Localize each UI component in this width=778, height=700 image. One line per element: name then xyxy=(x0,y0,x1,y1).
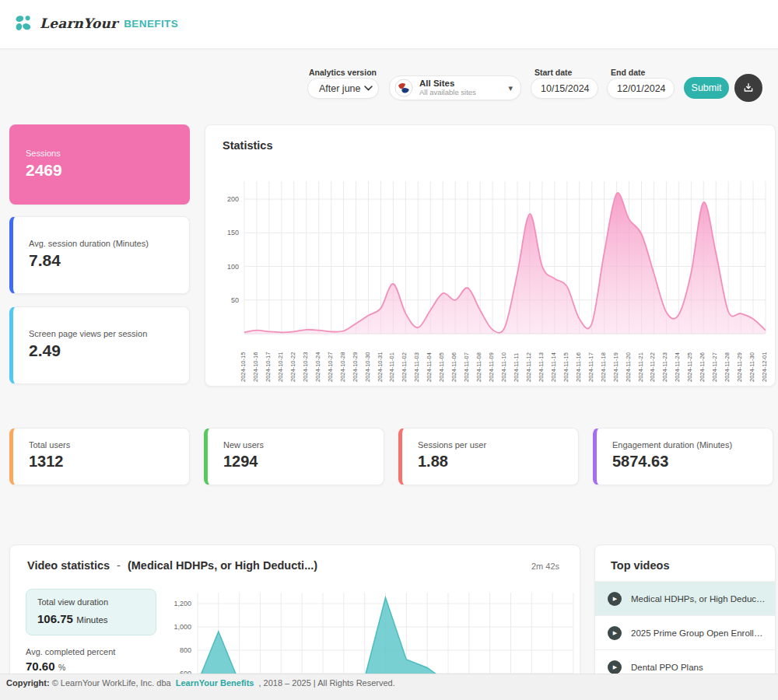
x-axis-date-label: 2024-11-24 xyxy=(675,337,681,382)
video-statistics-title: Video statistics xyxy=(27,559,110,572)
app-header: LearnYourBENEFITS xyxy=(0,0,778,48)
site-select-subtitle: All available sites xyxy=(419,89,476,97)
screen-page-views-card: Screen page views per session 2.49 xyxy=(9,306,190,384)
x-axis-date-label: 2024-11-19 xyxy=(613,337,619,382)
start-date-label: Start date xyxy=(534,68,572,77)
x-axis-date-label: 2024-11-20 xyxy=(626,337,632,382)
x-axis-date-label: 2024-11-06 xyxy=(451,337,457,382)
sessions-value: 2469 xyxy=(26,161,62,180)
x-axis-date-label: 2024-11-01 xyxy=(389,337,395,382)
footer-brand-link[interactable]: LearnYour Benefits xyxy=(176,678,254,688)
x-axis-date-label: 2024-11-07 xyxy=(464,337,470,382)
x-axis-date-label: 2024-11-18 xyxy=(601,337,607,382)
x-axis-date-label: 2024-10-31 xyxy=(377,337,384,382)
app-logo: LearnYourBENEFITS xyxy=(12,12,178,34)
analytics-version-value: After june xyxy=(308,83,361,94)
caret-down-icon: ▾ xyxy=(508,83,513,93)
svg-text:150: 150 xyxy=(227,229,239,236)
x-axis-date-label: 2024-11-14 xyxy=(551,337,557,382)
total-view-duration-unit: Minutes xyxy=(76,615,107,625)
x-axis-date-label: 2024-11-02 xyxy=(401,337,408,382)
x-axis-date-label: 2024-11-29 xyxy=(737,337,743,382)
footer-copyright-label: Copyright: xyxy=(6,678,50,688)
x-axis-date-label: 2024-10-17 xyxy=(265,337,272,382)
x-axis-date-label: 2024-11-22 xyxy=(650,337,656,382)
video-duration-badge: 2m 42s xyxy=(531,562,559,571)
x-axis-date-label: 2024-10-28 xyxy=(340,337,346,382)
chevron-down-icon xyxy=(364,86,373,91)
video-title-separator: - xyxy=(117,559,121,572)
x-axis-date-label: 2024-11-30 xyxy=(749,337,755,382)
avg-session-duration-card: Avg. session duration (Minutes) 7.84 xyxy=(9,216,190,294)
x-axis-date-label: 2024-10-30 xyxy=(365,337,371,382)
x-axis-date-label: 2024-10-24 xyxy=(315,337,321,382)
footer-text-after: , 2018 – 2025 | All Rights Reserved. xyxy=(258,678,394,688)
submit-button[interactable]: Submit xyxy=(684,77,729,99)
x-axis-date-label: 2024-11-15 xyxy=(563,337,569,382)
engagement-duration-card: Engagement duration (Minutes) 5874.63 xyxy=(593,428,773,485)
site-select[interactable]: All Sites All available sites ▾ xyxy=(389,75,521,100)
new-users-card: New users 1294 xyxy=(204,428,384,485)
end-date-input[interactable]: 12/01/2024 xyxy=(607,78,675,99)
total-view-duration-value: 106.75 xyxy=(37,612,73,625)
play-icon: ▶ xyxy=(608,626,622,640)
svg-text:800: 800 xyxy=(180,646,191,654)
x-axis-date-label: 2024-11-17 xyxy=(588,337,594,382)
x-axis-date-label: 2024-11-28 xyxy=(724,337,731,382)
avg-session-duration-value: 7.84 xyxy=(29,251,149,270)
screen-page-views-label: Screen page views per session xyxy=(29,329,147,338)
x-axis-date-label: 2024-11-26 xyxy=(699,337,706,382)
total-users-value: 1312 xyxy=(29,453,70,471)
top-video-item-1[interactable]: ▶ Medical HDHPs, or High Deductible ... xyxy=(595,581,775,615)
play-icon: ▶ xyxy=(608,660,622,674)
svg-text:200: 200 xyxy=(227,195,239,203)
analytics-version-select[interactable]: After june xyxy=(307,78,379,99)
end-date-value: 12/01/2024 xyxy=(608,83,674,94)
logo-text-script: LearnYour xyxy=(40,16,117,31)
engagement-duration-value: 5874.63 xyxy=(612,453,732,471)
top-video-item-1-label: Medical HDHPs, or High Deductible ... xyxy=(631,594,766,604)
total-users-card: Total users 1312 xyxy=(9,428,190,485)
statistics-title: Statistics xyxy=(223,139,272,152)
sessions-per-user-card: Sessions per user 1.88 xyxy=(398,428,579,485)
start-date-input[interactable]: 10/15/2024 xyxy=(531,78,598,99)
svg-text:50: 50 xyxy=(231,296,239,304)
avg-completed-unit: % xyxy=(58,663,65,672)
x-axis-date-label: 2024-11-27 xyxy=(712,337,718,382)
dashboard-page: LearnYourBENEFITS Analytics version Afte… xyxy=(0,0,778,700)
sessions-per-user-label: Sessions per user xyxy=(418,440,486,450)
play-icon: ▶ xyxy=(608,592,622,606)
x-axis-date-label: 2024-11-16 xyxy=(576,337,582,382)
svg-text:1,000: 1,000 xyxy=(173,623,191,631)
x-axis-date-label: 2024-11-03 xyxy=(414,337,420,382)
x-axis-date-label: 2024-11-11 xyxy=(513,337,520,382)
x-axis-date-label: 2024-11-10 xyxy=(501,337,507,382)
top-video-item-2-label: 2025 Prime Group Open Enrollment ... xyxy=(631,628,766,638)
x-axis-date-label: 2024-10-16 xyxy=(253,337,259,382)
x-axis-date-label: 2024-10-29 xyxy=(352,337,359,382)
sessions-card: Sessions 2469 xyxy=(9,124,190,205)
svg-text:100: 100 xyxy=(227,263,239,271)
new-users-value: 1294 xyxy=(223,453,264,471)
total-view-duration-label: Total view duration xyxy=(37,597,108,607)
x-axis-date-label: 2024-11-08 xyxy=(476,337,482,382)
statistics-panel: Statistics 50100150200 2024-10-152024-10… xyxy=(205,124,776,387)
x-axis-date-label: 2024-10-21 xyxy=(278,337,284,382)
x-axis-date-label: 2024-11-23 xyxy=(662,337,668,382)
sessions-chart-svg: 50100150200 xyxy=(221,180,770,343)
top-video-item-3-label: Dental PPO Plans xyxy=(631,663,703,672)
sessions-label: Sessions xyxy=(26,149,62,158)
download-icon xyxy=(742,82,755,94)
x-axis-date-label: 2024-11-12 xyxy=(526,337,532,382)
top-videos-title: Top videos xyxy=(611,559,669,572)
x-axis-date-label: 2024-11-04 xyxy=(426,337,433,382)
download-button[interactable] xyxy=(734,74,762,102)
x-axis-date-label: 2024-10-23 xyxy=(303,337,309,382)
footer-text: © LearnYour WorkLife, Inc. dba xyxy=(52,678,171,688)
x-axis-date-label: 2024-10-15 xyxy=(240,337,247,382)
end-date-label: End date xyxy=(611,68,645,77)
top-video-item-2[interactable]: ▶ 2025 Prime Group Open Enrollment ... xyxy=(595,615,775,649)
new-users-label: New users xyxy=(223,440,264,450)
avg-session-duration-label: Avg. session duration (Minutes) xyxy=(29,239,149,248)
x-axis-date-label: 2024-11-05 xyxy=(439,337,445,382)
